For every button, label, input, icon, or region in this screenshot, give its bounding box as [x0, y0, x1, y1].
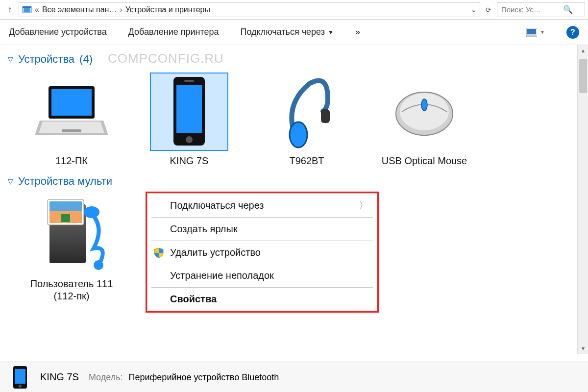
group-devices-label: Устройства [18, 53, 74, 66]
cm-remove-device[interactable]: Удалить устройство [147, 241, 377, 264]
nav-up-icon[interactable]: ↑ [3, 3, 17, 17]
svg-rect-4 [527, 29, 536, 34]
breadcrumb-current[interactable]: Устройства и принтеры [125, 5, 210, 14]
device-pc[interactable]: 112-ПК [27, 73, 116, 167]
svg-point-27 [94, 260, 103, 270]
devices-row: 112-ПК KING 7S T962BT [4, 69, 588, 169]
dropdown-chevron-icon[interactable]: ⌄ [470, 5, 477, 14]
svg-rect-16 [321, 109, 330, 123]
scrollbar-down-icon[interactable]: ▾ [578, 343, 588, 354]
svg-rect-10 [62, 129, 81, 132]
toolbar-overflow-button[interactable]: » [355, 27, 360, 37]
address-bar: ↑ « Все элементы пан… › Устройства и при… [0, 0, 588, 20]
add-printer-label: Добавление принтера [128, 27, 219, 37]
content-area: COMPCONFIG.RU ▽ Устройства (4) 112-ПК [0, 45, 588, 354]
smartphone-icon [9, 366, 31, 389]
media-center-icon [32, 191, 111, 274]
toolbar: Добавление устройства Добавление принтер… [0, 20, 588, 45]
svg-rect-2 [23, 6, 31, 8]
details-model-value: Периферийное устройство Bluetooth [129, 372, 279, 383]
device-mediacenter[interactable]: Пользователь 111 (112-пк) [27, 191, 116, 302]
svg-point-30 [19, 385, 22, 388]
chevron-down-icon: ▽ [8, 177, 13, 185]
chevron-left-icon: « [35, 5, 39, 14]
connect-via-button[interactable]: Подключаться через ▼ [241, 27, 334, 37]
chevron-right-icon: 〉 [359, 199, 368, 211]
group-header-multimedia[interactable]: ▽ Устройства мульти [4, 172, 588, 191]
cm-item-label: Подключаться через [170, 200, 264, 211]
breadcrumb[interactable]: « Все элементы пан… › Устройства и принт… [19, 2, 480, 17]
details-model-key: Модель: [89, 372, 123, 383]
toolbar-overflow-label: » [355, 27, 360, 37]
device-label: Пользователь 111 (112-пк) [27, 278, 116, 302]
bluetooth-headset-icon [268, 73, 346, 151]
context-menu: Подключаться через 〉 Создать ярлык Удали… [147, 193, 377, 311]
device-label: USB Optical Mouse [382, 155, 467, 167]
details-pane: KING 7S Модель: Периферийное устройство … [0, 362, 588, 392]
device-headset[interactable]: T962BT [263, 73, 351, 167]
scrollbar-vertical[interactable]: ▴ ▾ [577, 45, 588, 354]
svg-point-19 [421, 99, 427, 111]
svg-rect-5 [527, 34, 536, 36]
search-icon[interactable]: 🔍 [563, 5, 573, 14]
view-mode-button[interactable]: ▼ [526, 28, 545, 37]
thumbnails-icon [526, 28, 537, 37]
cm-item-label: Удалить устройство [170, 247, 261, 258]
breadcrumb-parent[interactable]: Все элементы пан… [42, 5, 117, 14]
group-devices-count: (4) [79, 53, 93, 66]
add-device-button[interactable]: Добавление устройства [9, 27, 107, 37]
details-name: KING 7S [40, 371, 79, 383]
search-input[interactable] [501, 5, 560, 14]
svg-rect-1 [24, 7, 30, 12]
control-panel-icon [22, 5, 32, 15]
group-header-devices[interactable]: ▽ Устройства (4) [4, 50, 588, 69]
svg-rect-12 [176, 85, 202, 133]
device-label: T962BT [289, 155, 324, 167]
svg-rect-29 [15, 369, 25, 384]
add-device-label: Добавление устройства [9, 27, 107, 37]
cm-create-shortcut[interactable]: Создать ярлык [147, 218, 377, 241]
chevron-down-icon: ▼ [328, 29, 334, 36]
svg-rect-24 [49, 201, 82, 211]
laptop-icon [32, 73, 111, 151]
device-mouse[interactable]: USB Optical Mouse [380, 73, 468, 167]
cm-item-label: Свойства [170, 294, 217, 305]
smartphone-icon [150, 73, 228, 151]
chevron-down-icon: ▽ [8, 55, 13, 63]
connect-via-label: Подключаться через [241, 27, 325, 37]
scrollbar-thumb[interactable] [579, 59, 587, 93]
svg-rect-14 [184, 80, 194, 82]
cm-properties[interactable]: Свойства [147, 288, 377, 311]
svg-rect-7 [51, 89, 92, 116]
svg-point-13 [186, 136, 193, 143]
cm-connect-via[interactable]: Подключаться через 〉 [147, 194, 377, 217]
search-box[interactable]: 🔍 [497, 2, 585, 17]
device-label: KING 7S [170, 155, 209, 167]
details-grid: KING 7S Модель: Периферийное устройство … [40, 371, 279, 383]
uac-shield-icon [153, 247, 164, 258]
device-phone[interactable]: KING 7S [145, 73, 233, 167]
device-label: 112-ПК [55, 155, 88, 167]
group-multimedia-label: Устройства мульти [18, 175, 112, 188]
help-icon[interactable]: ? [566, 26, 579, 39]
svg-point-15 [290, 122, 307, 147]
add-printer-button[interactable]: Добавление принтера [128, 27, 219, 37]
svg-point-26 [84, 206, 99, 218]
svg-rect-25 [61, 214, 70, 222]
chevron-down-icon: ▼ [540, 29, 545, 35]
chevron-right-icon: › [120, 5, 122, 14]
cm-item-label: Создать ярлык [170, 223, 238, 235]
refresh-icon[interactable]: ⟳ [482, 3, 495, 17]
cm-troubleshoot[interactable]: Устранение неполадок [147, 264, 377, 287]
cm-item-label: Устранение неполадок [170, 270, 274, 281]
mouse-icon [385, 73, 464, 151]
scrollbar-up-icon[interactable]: ▴ [578, 45, 588, 56]
